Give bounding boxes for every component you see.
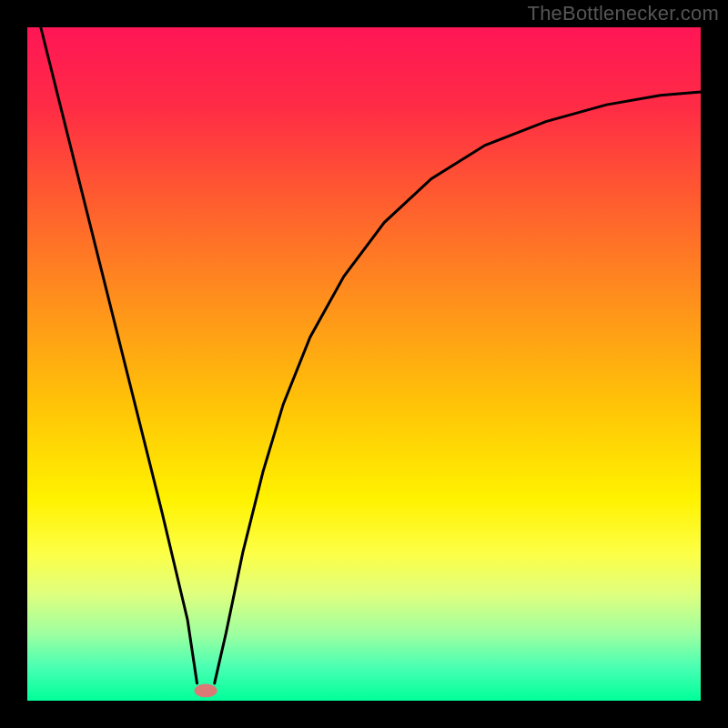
plot-background [27,27,701,701]
bottleneck-chart [0,0,728,728]
watermark-label: TheBottlenecker.com [528,2,719,25]
minimum-marker-icon [195,684,217,698]
chart-frame: TheBottlenecker.com [0,0,728,728]
